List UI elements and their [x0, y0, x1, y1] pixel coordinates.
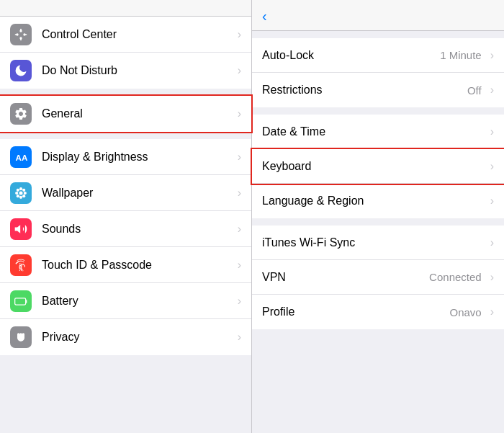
left-header — [0, 0, 251, 17]
right-item-language[interactable]: Language & Region› — [252, 184, 504, 218]
right-item-restrictions[interactable]: RestrictionsOff› — [252, 73, 504, 107]
svg-point-13 — [24, 191, 27, 194]
svg-point-9 — [19, 191, 23, 195]
left-group-1: General› — [0, 96, 251, 132]
svg-rect-6 — [15, 34, 17, 35]
restrictions-value: Off — [467, 84, 482, 97]
restrictions-label: Restrictions — [262, 84, 467, 97]
svg-point-14 — [17, 188, 19, 191]
left-item-display[interactable]: AADisplay & Brightness› — [0, 139, 251, 175]
svg-point-10 — [19, 187, 22, 190]
right-item-itunes[interactable]: iTunes Wi-Fi Sync› — [252, 226, 504, 260]
right-item-profile[interactable]: ProfileOnavo› — [252, 295, 504, 329]
battery-chevron-icon: › — [238, 295, 241, 308]
do-not-disturb-icon — [10, 60, 32, 81]
right-item-vpn[interactable]: VPNConnected› — [252, 260, 504, 295]
profile-value: Onavo — [449, 306, 481, 318]
left-item-sounds[interactable]: Sounds› — [0, 211, 251, 247]
do-not-disturb-chevron-icon: › — [238, 64, 241, 77]
keyboard-chevron-icon: › — [490, 160, 494, 173]
itunes-label: iTunes Wi-Fi Sync — [262, 236, 486, 249]
privacy-icon — [10, 326, 32, 348]
left-group-0: Control Center›Do Not Disturb› — [0, 17, 251, 89]
language-label: Language & Region — [262, 195, 486, 207]
svg-rect-20 — [16, 299, 23, 303]
right-group-0: Auto-Lock1 Minute›RestrictionsOff› — [252, 38, 504, 107]
general-label: General — [42, 107, 233, 120]
svg-rect-4 — [20, 28, 22, 30]
display-chevron-icon: › — [238, 151, 241, 164]
svg-text:AA: AA — [16, 153, 28, 162]
general-icon — [10, 103, 32, 125]
profile-label: Profile — [262, 305, 449, 318]
datetime-label: Date & Time — [262, 125, 486, 138]
privacy-label: Privacy — [42, 331, 233, 344]
sounds-icon — [10, 218, 32, 240]
left-group-2: AADisplay & Brightness›Wallpaper›Sounds›… — [0, 139, 251, 355]
left-settings-list: Control Center›Do Not Disturb›General›AA… — [0, 17, 251, 355]
sounds-chevron-icon: › — [238, 223, 241, 236]
right-group-2: iTunes Wi-Fi Sync›VPNConnected›ProfileOn… — [252, 226, 504, 329]
left-item-do-not-disturb[interactable]: Do Not Disturb› — [0, 53, 251, 89]
general-chevron-icon: › — [238, 107, 241, 120]
control-center-icon — [10, 24, 32, 45]
touchid-icon — [10, 254, 32, 276]
left-item-general[interactable]: General› — [0, 96, 251, 132]
right-item-keyboard[interactable]: Keyboard› — [252, 149, 504, 184]
vpn-chevron-icon: › — [490, 271, 494, 284]
svg-rect-7 — [24, 34, 27, 35]
svg-point-12 — [15, 191, 18, 194]
left-item-battery[interactable]: Battery› — [0, 283, 251, 319]
sounds-label: Sounds — [42, 223, 233, 236]
itunes-chevron-icon: › — [490, 236, 494, 249]
right-header: ‹ — [252, 0, 504, 31]
restrictions-chevron-icon: › — [490, 84, 494, 97]
wallpaper-chevron-icon: › — [238, 187, 241, 200]
do-not-disturb-label: Do Not Disturb — [42, 64, 233, 77]
svg-marker-18 — [15, 225, 21, 233]
privacy-chevron-icon: › — [238, 331, 241, 344]
left-item-wallpaper[interactable]: Wallpaper› — [0, 175, 251, 211]
control-center-chevron-icon: › — [238, 28, 241, 41]
svg-rect-5 — [20, 38, 22, 40]
display-icon: AA — [10, 146, 32, 168]
vpn-label: VPN — [262, 271, 429, 284]
svg-point-15 — [22, 195, 25, 197]
left-item-touchid[interactable]: Touch ID & Passcode› — [0, 247, 251, 283]
vpn-value: Connected — [429, 271, 482, 283]
battery-label: Battery — [42, 295, 233, 308]
left-item-privacy[interactable]: Privacy› — [0, 319, 251, 355]
profile-chevron-icon: › — [490, 305, 494, 318]
right-panel: ‹ Auto-Lock1 Minute›RestrictionsOff›Date… — [252, 0, 504, 433]
back-chevron-icon: ‹ — [262, 9, 267, 23]
touchid-chevron-icon: › — [238, 259, 241, 272]
svg-point-17 — [17, 195, 19, 197]
right-settings-list: Auto-Lock1 Minute›RestrictionsOff›Date &… — [252, 31, 504, 329]
right-item-autolock[interactable]: Auto-Lock1 Minute› — [252, 38, 504, 73]
svg-point-16 — [22, 188, 25, 191]
wallpaper-icon — [10, 182, 32, 204]
autolock-chevron-icon: › — [490, 49, 494, 62]
datetime-chevron-icon: › — [490, 125, 494, 138]
svg-point-11 — [19, 195, 22, 198]
autolock-label: Auto-Lock — [262, 49, 440, 62]
keyboard-label: Keyboard — [262, 160, 486, 173]
touchid-label: Touch ID & Passcode — [42, 259, 233, 272]
right-group-1: Date & Time›Keyboard›Language & Region› — [252, 115, 504, 218]
display-label: Display & Brightness — [42, 151, 233, 164]
back-button[interactable]: ‹ — [262, 9, 269, 23]
battery-icon — [10, 290, 32, 312]
language-chevron-icon: › — [490, 195, 494, 207]
wallpaper-label: Wallpaper — [42, 187, 233, 200]
control-center-label: Control Center — [42, 28, 233, 41]
autolock-value: 1 Minute — [440, 49, 482, 61]
right-item-datetime[interactable]: Date & Time› — [252, 115, 504, 149]
left-panel: Control Center›Do Not Disturb›General›AA… — [0, 0, 252, 433]
left-item-control-center[interactable]: Control Center› — [0, 17, 251, 53]
